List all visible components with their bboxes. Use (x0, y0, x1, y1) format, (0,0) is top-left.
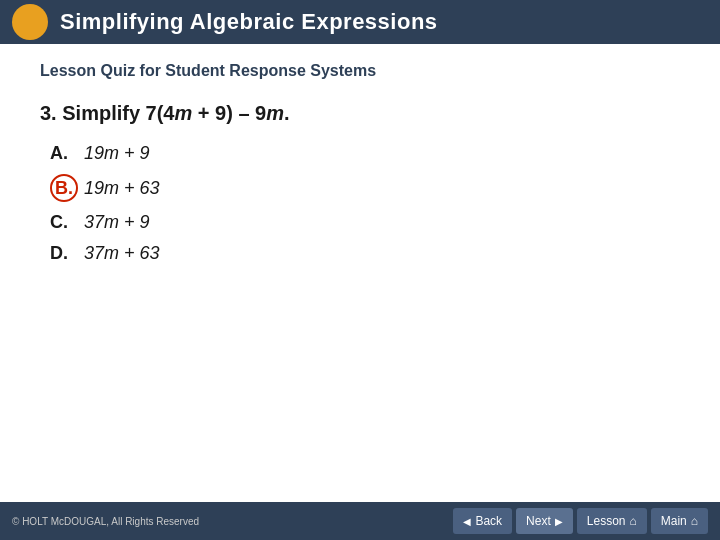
footer-bar: © HOLT McDOUGAL, All Rights Reserved ◀ B… (0, 502, 720, 540)
header-bar: Simplifying Algebraic Expressions (0, 0, 720, 44)
main-home-icon: ⌂ (691, 514, 698, 528)
back-arrow-icon: ◀ (463, 516, 471, 527)
lesson-button[interactable]: Lesson ⌂ (577, 508, 647, 534)
answer-list: A. 19m + 9 B. 19m + 63 C. 37m + 9 D. 37m… (40, 143, 680, 264)
answer-c[interactable]: C. 37m + 9 (50, 212, 680, 233)
footer-nav-buttons: ◀ Back Next ▶ Lesson ⌂ Main ⌂ (453, 508, 708, 534)
answer-b-text: 19m + 63 (84, 178, 160, 199)
copyright-text: © HOLT McDOUGAL, All Rights Reserved (12, 516, 199, 527)
answer-d-letter: D. (50, 243, 78, 264)
answer-b[interactable]: B. 19m + 63 (50, 174, 680, 202)
question-number: 3. Simplify 7(4m + 9) – 9m. (40, 102, 290, 124)
header-circle-icon (12, 4, 48, 40)
main-content: Lesson Quiz for Student Response Systems… (0, 44, 720, 274)
lesson-label: Lesson (587, 514, 626, 528)
answer-c-text: 37m + 9 (84, 212, 150, 233)
answer-a[interactable]: A. 19m + 9 (50, 143, 680, 164)
next-arrow-icon: ▶ (555, 516, 563, 527)
page-title: Simplifying Algebraic Expressions (60, 9, 438, 35)
answer-a-letter: A. (50, 143, 78, 164)
back-label: Back (475, 514, 502, 528)
next-button[interactable]: Next ▶ (516, 508, 573, 534)
question-text: 3. Simplify 7(4m + 9) – 9m. (40, 102, 680, 125)
answer-d-text: 37m + 63 (84, 243, 160, 264)
lesson-home-icon: ⌂ (629, 514, 636, 528)
main-label: Main (661, 514, 687, 528)
answer-b-letter: B. (50, 174, 78, 202)
lesson-quiz-subtitle: Lesson Quiz for Student Response Systems (40, 62, 680, 80)
answer-a-text: 19m + 9 (84, 143, 150, 164)
answer-d[interactable]: D. 37m + 63 (50, 243, 680, 264)
next-label: Next (526, 514, 551, 528)
answer-c-letter: C. (50, 212, 78, 233)
main-button[interactable]: Main ⌂ (651, 508, 708, 534)
back-button[interactable]: ◀ Back (453, 508, 512, 534)
